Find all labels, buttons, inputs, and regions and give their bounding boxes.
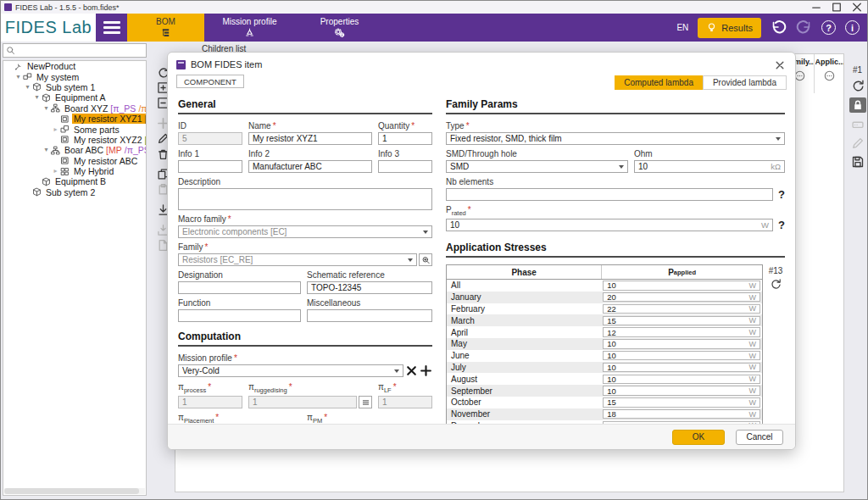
stress-value-input[interactable]: 10W [603, 386, 760, 396]
maximize-button[interactable] [826, 1, 847, 14]
lock-button[interactable] [849, 97, 866, 113]
tree-item-newproduct[interactable]: NewProduct [3, 61, 146, 71]
tab-mission-profile[interactable]: Mission profile [204, 14, 295, 42]
stress-value-input[interactable]: 20W [603, 292, 760, 303]
p-rated-help-icon[interactable]: ? [778, 219, 785, 231]
save-children-button[interactable] [851, 155, 865, 169]
info2-input[interactable] [248, 160, 372, 173]
stress-value-input[interactable]: 22W [603, 304, 760, 314]
stress-value-input[interactable]: 15W [603, 397, 760, 408]
search-input[interactable] [18, 45, 143, 56]
add-mission-profile-button[interactable] [420, 364, 432, 377]
children-toolbar: #1 [848, 65, 867, 169]
stress-value-input[interactable]: 10W [603, 281, 760, 291]
tree-item-label: Some parts [74, 125, 120, 135]
name-input[interactable] [248, 132, 372, 145]
id-label: ID [178, 121, 242, 131]
info1-input[interactable] [178, 160, 242, 173]
stress-table-header: Phase Papplied [447, 265, 762, 280]
tree-item-sub-sytem-2[interactable]: Sub sytem 2 [3, 187, 146, 197]
undo-button[interactable] [771, 19, 787, 36]
tab-component[interactable]: COMPONENT [176, 75, 244, 88]
pi-lf-label: πLF* [378, 382, 432, 394]
tab-bom[interactable]: BOM [127, 14, 204, 42]
minimize-button[interactable] [806, 1, 826, 14]
tree-item-board-xyz[interactable]: ▾Board XYZ[π_PS/π_RG/π_LF] [3, 103, 146, 114]
clear-mission-profile-button[interactable] [405, 364, 418, 377]
mission-profile-select[interactable]: Very-Cold [178, 364, 403, 377]
type-select[interactable]: Fixed resistor, SMD, thick film [446, 132, 785, 145]
stress-value-input[interactable]: 18W [603, 409, 760, 419]
tab-properties[interactable]: Properties [295, 14, 384, 42]
function-input[interactable] [178, 309, 301, 322]
results-button[interactable]: Results [698, 18, 761, 38]
tree-item-label: NewProduct [27, 61, 75, 71]
ohm-input[interactable]: kΩ [634, 160, 785, 173]
expander-open-icon[interactable]: ▾ [24, 84, 31, 91]
expander-open-icon[interactable]: ▾ [42, 105, 50, 112]
window-title: FIDES Lab - 1.5.5 - bom.fides* [15, 3, 120, 12]
help-button[interactable]: ? [821, 20, 836, 35]
nb-elements-help-icon[interactable]: ? [778, 188, 785, 201]
tree-item-equipment-b[interactable]: Equipment B [3, 176, 146, 186]
stress-value-input[interactable]: 10W [603, 375, 760, 385]
stress-phase: February [447, 304, 601, 314]
ellipsis-icon[interactable] [824, 70, 835, 81]
tree-item-label: Board XYZ [64, 103, 108, 114]
cancel-button[interactable]: Cancel [736, 430, 783, 445]
p-rated-unit: W [761, 220, 769, 230]
stress-value-input[interactable]: 10W [603, 339, 760, 349]
tree-item-label: Boar ABC [64, 145, 103, 155]
ok-button[interactable]: OK [672, 430, 725, 445]
designation-input[interactable] [178, 281, 301, 294]
description-textarea[interactable] [178, 188, 432, 210]
expander-open-icon[interactable]: ▾ [42, 147, 50, 153]
family-search-button[interactable] [419, 253, 432, 266]
expander-open-icon[interactable]: ▾ [14, 74, 22, 81]
tree-item-some-parts[interactable]: ▸Some parts [3, 124, 146, 134]
stress-value: 22 [607, 304, 616, 314]
tree-item-my-resistor-abc[interactable]: My resistor ABC [3, 156, 146, 166]
provided-lambda-button[interactable]: Provided lambda [703, 75, 787, 90]
info3-input[interactable] [378, 160, 432, 173]
stress-value-input[interactable]: 12W [603, 327, 760, 337]
stress-value-input[interactable]: 10W [603, 363, 760, 373]
menu-button[interactable] [96, 14, 127, 42]
p-rated-input[interactable]: W [446, 219, 773, 231]
expander-open-icon[interactable]: ▾ [33, 94, 41, 101]
family-select[interactable]: Resistors [EC_RE] [178, 253, 417, 266]
refresh-children-button[interactable] [851, 79, 865, 92]
tree-horizontal-scrollbar[interactable] [4, 488, 145, 494]
tree-item-equipment-a[interactable]: ▾Equipment A [3, 92, 146, 103]
pi-ruggedising-list-button[interactable] [359, 396, 372, 408]
quantity-label: Quantity* [378, 121, 432, 131]
designation-label: Designation [178, 270, 301, 280]
tree-item-my-system[interactable]: ▾My system [3, 71, 146, 81]
description-label: Description [178, 177, 432, 186]
stress-refresh-button[interactable] [770, 278, 782, 290]
smd-select[interactable]: SMD [446, 160, 628, 173]
nb-elements-input[interactable] [446, 188, 773, 201]
dialog-close-icon[interactable] [774, 59, 786, 71]
macro-family-select[interactable]: Electronic components [EC] [178, 225, 432, 238]
stress-value-input[interactable]: 10W [603, 351, 760, 361]
close-button[interactable] [847, 1, 867, 14]
stress-value-input[interactable]: 15W [603, 316, 760, 326]
tree-item-my-resistor-xyz1[interactable]: My resistor XYZ1[MP] [3, 114, 146, 124]
tree-item-sub-sytem-1[interactable]: ▾Sub sytem 1 [3, 82, 146, 92]
dialog-icon [176, 60, 186, 69]
nb-elements-label: Nb elements [446, 177, 785, 186]
tree-item-my-resistor-xyz2[interactable]: My resistor XYZ2[MP] [3, 135, 146, 145]
tab-label: BOM [156, 17, 175, 26]
miscellaneous-input[interactable] [307, 309, 432, 322]
results-label: Results [721, 23, 753, 33]
expander-closed-icon[interactable]: ▸ [52, 126, 59, 133]
info-button[interactable]: i [845, 20, 860, 35]
quantity-input[interactable] [378, 132, 432, 145]
expander-closed-icon[interactable]: ▸ [52, 168, 59, 175]
schematic-reference-input[interactable] [307, 281, 432, 294]
tree-item-my-hybrid[interactable]: ▸My Hybrid [3, 166, 146, 176]
tree-item-boar-abc[interactable]: ▾Boar ABC[MP/π_PS/π_RG/π_LF] [3, 145, 146, 155]
computed-lambda-button[interactable]: Computed lambda [615, 75, 703, 90]
language-selector[interactable]: EN [676, 23, 688, 32]
